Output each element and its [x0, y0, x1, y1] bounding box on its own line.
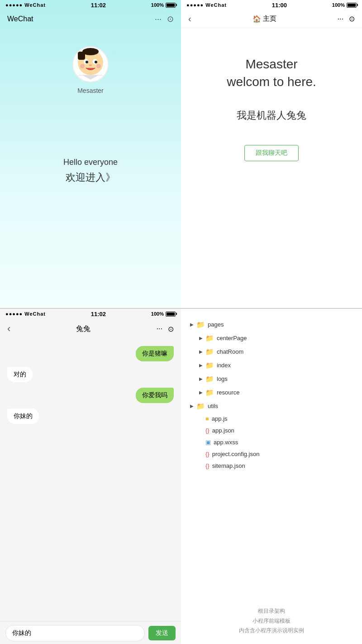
utils-arrow: ▶	[190, 402, 194, 411]
pages-arrow: ▶	[190, 320, 194, 329]
welcome-chinese: 欢迎进入》	[9, 171, 172, 184]
chat-back-button[interactable]: ‹	[7, 323, 10, 335]
hello-text: Hello everyone	[9, 158, 172, 167]
svg-point-6	[95, 61, 97, 63]
left-top-nav-icons: ··· ⊙	[155, 14, 174, 24]
intro-content: Mesasterwelcom to here. 我是机器人兔兔 跟我聊天吧	[181, 28, 362, 175]
tree-item-centerpage[interactable]: ▶ 📁 centerPage	[190, 332, 353, 345]
dots-icon[interactable]: ···	[155, 14, 162, 24]
pages-folder-icon: 📁	[196, 318, 205, 332]
sitemap-label: sitemap.json	[212, 460, 245, 472]
right-top-time: 11:00	[272, 2, 287, 9]
left-top-signal: ●●●●● WeChat	[5, 2, 46, 8]
chat-input-bar[interactable]: 发送	[0, 621, 181, 644]
project-info-line3: 内含含小程序演示说明实例	[199, 626, 344, 636]
sitemap-icon: {}	[205, 460, 210, 472]
appwxss-icon: ▣	[205, 437, 211, 448]
svg-point-9	[96, 64, 101, 68]
tree-item-projectconfig[interactable]: {} project.config.json	[190, 448, 353, 460]
projectconfig-icon: {}	[205, 448, 210, 460]
index-folder-icon: 📁	[205, 359, 214, 372]
resource-label: resource	[217, 387, 240, 399]
svg-point-5	[86, 61, 88, 63]
back-button[interactable]: ‹	[188, 14, 191, 24]
welcome-section: Hello everyone 欢迎进入》	[0, 158, 181, 184]
avatar	[72, 46, 109, 82]
right-top-right-status: 100%	[332, 2, 357, 8]
right-record-icon[interactable]: ⊙	[349, 14, 355, 23]
centerpage-arrow: ▶	[199, 334, 203, 343]
right-top-signal: ●●●●● WeChat	[186, 2, 227, 8]
chat-time: 11:02	[91, 311, 106, 317]
logs-label: logs	[217, 373, 228, 385]
profile-section: Mesaster	[0, 28, 181, 94]
utils-folder-icon: 📁	[196, 399, 205, 413]
chat-dots-icon[interactable]: ···	[157, 325, 162, 333]
chat-input[interactable]	[5, 625, 145, 641]
appjson-icon: {}	[205, 425, 210, 437]
chat-status-bar: ●●●●● WeChat 11:02 100%	[0, 309, 181, 319]
appjson-label: app.json	[212, 425, 234, 437]
chat-screen: ●●●●● WeChat 11:02 100% ‹ 兔兔 ··· ⊙ 你是猪嘛 …	[0, 309, 181, 644]
appjs-label: app.js	[212, 413, 228, 425]
right-top-navbar: ‹ 🏠 主页 ··· ⊙	[181, 10, 362, 28]
chat-battery-pct: 100%	[151, 311, 164, 317]
chat-messages: 你是猪嘛 对的 你爱我吗 你妹的	[0, 339, 181, 644]
chat-nav-icons: ··· ⊙	[157, 325, 174, 333]
right-dots-icon[interactable]: ···	[338, 15, 343, 23]
project-info-line2: 小程序前端模板	[199, 616, 344, 626]
chat-nav-title: 兔兔	[76, 324, 90, 334]
left-top-status-bar: ●●●●● WeChat 11:02 100%	[0, 0, 181, 10]
tree-item-appjs[interactable]: ■ app.js	[190, 413, 353, 425]
profile-name: Mesaster	[77, 87, 104, 94]
right-top-status-bar: ●●●●● WeChat 11:00 100%	[181, 0, 362, 10]
left-top-battery-pct: 100%	[151, 2, 164, 8]
right-top-battery-icon	[347, 3, 357, 8]
projectconfig-label: project.config.json	[212, 448, 260, 460]
chat-record-icon[interactable]: ⊙	[168, 325, 174, 333]
project-info: 根目录架构 小程序前端模板 内含含小程序演示说明实例	[190, 593, 353, 644]
chatroom-folder-icon: 📁	[205, 345, 214, 359]
index-arrow: ▶	[199, 361, 203, 370]
message-1: 你是猪嘛	[136, 346, 174, 361]
tree-item-appwxss[interactable]: ▣ app.wxss	[190, 437, 353, 448]
chatroom-arrow: ▶	[199, 347, 203, 356]
pages-label: pages	[208, 319, 224, 331]
phone-right-screen: ●●●●● WeChat 11:00 100% ‹ 🏠 主页 ··· ⊙ Mes…	[181, 0, 362, 308]
appwxss-label: app.wxss	[214, 437, 238, 448]
message-3: 你爱我吗	[136, 388, 174, 403]
avatar-image	[73, 47, 108, 82]
tree-item-resource[interactable]: ▶ 📁 resource	[190, 386, 353, 399]
tree-item-index[interactable]: ▶ 📁 index	[190, 359, 353, 372]
right-top-battery-pct: 100%	[332, 2, 345, 8]
resource-arrow: ▶	[199, 388, 203, 397]
send-button[interactable]: 发送	[148, 626, 176, 640]
record-icon[interactable]: ⊙	[167, 14, 174, 24]
project-info-line1: 根目录架构	[199, 606, 344, 616]
chat-right-status: 100%	[151, 311, 176, 317]
message-4: 你妹的	[7, 409, 39, 424]
resource-folder-icon: 📁	[205, 386, 214, 399]
message-2-wrap: 对的	[7, 367, 33, 382]
chat-button[interactable]: 跟我聊天吧	[244, 145, 299, 161]
home-icon: 🏠	[252, 15, 261, 23]
appjs-icon: ■	[205, 413, 209, 425]
utils-label: utils	[208, 400, 218, 412]
intro-subtitle: 我是机器人兔兔	[237, 109, 306, 122]
chat-battery-icon	[166, 312, 176, 317]
tree-item-utils[interactable]: ▶ 📁 utils	[190, 399, 353, 413]
tree-item-sitemap[interactable]: {} sitemap.json	[190, 460, 353, 472]
left-top-nav-title: WeChat	[7, 15, 33, 23]
right-top-nav-icons: ··· ⊙	[338, 14, 355, 23]
phone-left-screen: ●●●●● WeChat 11:02 100% WeChat ··· ⊙	[0, 0, 181, 308]
left-top-navbar: WeChat ··· ⊙	[0, 10, 181, 28]
tree-item-pages[interactable]: ▶ 📁 pages	[190, 318, 353, 332]
left-top-time: 11:02	[91, 2, 106, 9]
index-label: index	[217, 360, 231, 371]
file-tree-panel: ▶ 📁 pages ▶ 📁 centerPage ▶ 📁 chatRoom ▶ …	[181, 309, 362, 644]
tree-item-logs[interactable]: ▶ 📁 logs	[190, 372, 353, 386]
chat-navbar: ‹ 兔兔 ··· ⊙	[0, 319, 181, 339]
file-tree: ▶ 📁 pages ▶ 📁 centerPage ▶ 📁 chatRoom ▶ …	[190, 318, 353, 593]
tree-item-appjson[interactable]: {} app.json	[190, 425, 353, 437]
tree-item-chatroom[interactable]: ▶ 📁 chatRoom	[190, 345, 353, 359]
